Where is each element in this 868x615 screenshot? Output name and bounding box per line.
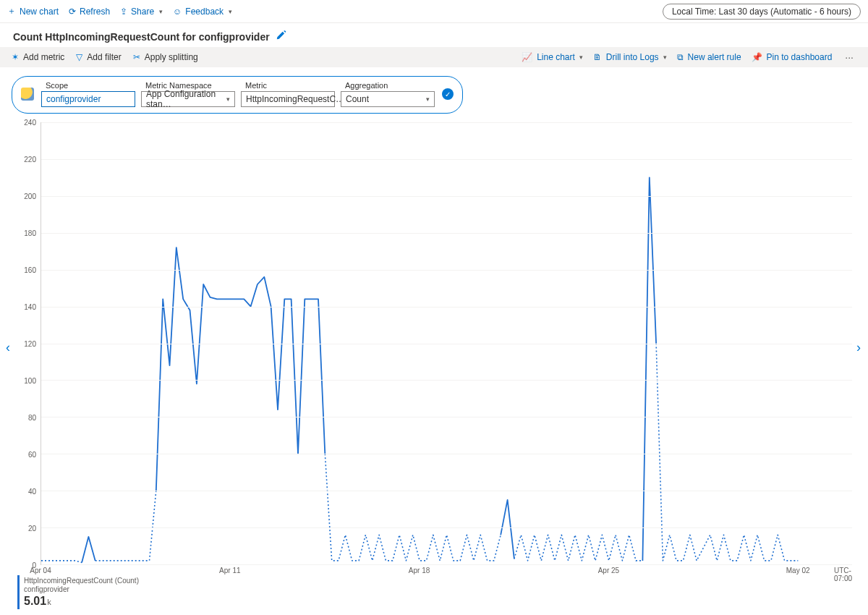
smiley-icon: ☺ xyxy=(173,7,182,17)
resource-icon xyxy=(21,88,34,101)
alert-icon: ⧉ xyxy=(677,52,684,62)
new-alert-button[interactable]: ⧉ New alert rule xyxy=(677,52,741,62)
chart-toolbar: ✶ Add metric ▽ Add filter ✂ Apply splitt… xyxy=(0,47,868,67)
share-label: Share xyxy=(131,7,154,17)
chevron-down-icon: ▾ xyxy=(579,54,583,61)
new-chart-button[interactable]: ＋ New chart xyxy=(7,5,59,17)
aggregation-select[interactable]: Count ▾ xyxy=(341,91,435,107)
filter-icon: ▽ xyxy=(76,52,82,62)
chevron-down-icon: ▾ xyxy=(229,8,232,15)
y-tick-label: 60 xyxy=(28,451,36,459)
legend-summary[interactable]: HttpIncomingRequestCount (Count) configp… xyxy=(17,575,139,609)
y-axis-labels: 020406080100120140160180200220240 xyxy=(16,122,38,565)
edit-title-icon[interactable] xyxy=(276,30,286,43)
pin-icon: 📌 xyxy=(752,52,762,62)
refresh-button[interactable]: ⟳ Refresh xyxy=(69,7,110,17)
add-filter-label: Add filter xyxy=(87,52,121,62)
plus-icon: ＋ xyxy=(7,5,16,17)
pencil-icon xyxy=(276,30,286,41)
add-filter-button[interactable]: ▽ Add filter xyxy=(76,52,121,62)
legend-series-name: HttpIncomingRequestCount (Count) xyxy=(24,577,139,585)
top-toolbar: ＋ New chart ⟳ Refresh ⇪ Share ▾ ☺ Feedba… xyxy=(0,0,868,23)
metric-icon: ✶ xyxy=(12,52,19,62)
namespace-select[interactable]: App Configuration stan… ▾ xyxy=(141,91,235,107)
feedback-button[interactable]: ☺ Feedback ▾ xyxy=(173,7,232,17)
chart-title: Count HttpIncomingRequestCount for confi… xyxy=(13,31,270,43)
new-alert-label: New alert rule xyxy=(688,52,741,62)
metric-config-row: Scope Metric Namespace App Configuration… xyxy=(0,67,868,116)
metric-value: HttpIncomingRequestC… xyxy=(246,94,344,104)
line-chart-label: Line chart xyxy=(537,52,575,62)
x-axis-labels: Apr 04Apr 11Apr 18Apr 25May 02UTC-07:00 xyxy=(41,567,852,578)
time-range-pill[interactable]: Local Time: Last 30 days (Automatic - 6 … xyxy=(663,4,861,20)
metric-label: Metric xyxy=(241,81,335,90)
y-tick-label: 160 xyxy=(24,266,36,274)
config-confirm-badge[interactable]: ✓ xyxy=(442,88,454,100)
y-tick-label: 140 xyxy=(24,303,36,311)
scope-label: Scope xyxy=(41,81,135,90)
scope-input[interactable] xyxy=(41,91,135,107)
chart-title-row: Count HttpIncomingRequestCount for confi… xyxy=(0,23,868,47)
namespace-value: App Configuration stan… xyxy=(146,89,222,109)
x-tick-label: May 02 xyxy=(786,567,810,574)
y-tick-label: 120 xyxy=(24,340,36,348)
chevron-down-icon: ▾ xyxy=(226,96,230,103)
new-chart-label: New chart xyxy=(20,7,59,17)
chevron-down-icon: ▾ xyxy=(663,54,667,61)
apply-splitting-button[interactable]: ✂ Apply splitting xyxy=(133,52,198,62)
y-tick-label: 100 xyxy=(24,377,36,385)
y-tick-label: 240 xyxy=(24,119,36,127)
aggregation-value: Count xyxy=(346,94,369,104)
scroll-left-button[interactable]: ‹ xyxy=(1,340,14,355)
metric-config-pill: Scope Metric Namespace App Configuration… xyxy=(12,76,463,114)
pin-dashboard-button[interactable]: 📌 Pin to dashboard xyxy=(752,52,833,62)
x-tick-label: Apr 04 xyxy=(30,567,51,574)
drill-logs-label: Drill into Logs xyxy=(606,52,659,62)
chevron-down-icon: ▾ xyxy=(426,96,430,103)
y-tick-label: 20 xyxy=(28,525,36,533)
refresh-label: Refresh xyxy=(80,7,110,17)
aggregation-label: Aggregation xyxy=(341,81,435,90)
logs-icon: 🗎 xyxy=(593,52,602,62)
x-tick-label: Apr 18 xyxy=(409,567,430,574)
scroll-right-button[interactable]: › xyxy=(852,340,865,355)
apply-splitting-label: Apply splitting xyxy=(145,52,198,62)
share-icon: ⇪ xyxy=(120,7,127,17)
y-tick-label: 200 xyxy=(24,192,36,200)
metric-select[interactable]: HttpIncomingRequestC… ▾ xyxy=(241,91,335,107)
share-button[interactable]: ⇪ Share ▾ xyxy=(120,7,163,17)
more-menu-button[interactable]: ··· xyxy=(842,51,856,63)
pin-label: Pin to dashboard xyxy=(767,52,833,62)
feedback-label: Feedback xyxy=(185,7,224,17)
add-metric-label: Add metric xyxy=(23,52,64,62)
drill-logs-button[interactable]: 🗎 Drill into Logs ▾ xyxy=(593,52,667,62)
chart-area: 020406080100120140160180200220240 Apr 04… xyxy=(16,122,852,578)
line-chart-select[interactable]: 📈 Line chart ▾ xyxy=(522,52,583,62)
refresh-icon: ⟳ xyxy=(69,7,76,17)
x-tick-label: Apr 25 xyxy=(598,567,619,574)
add-metric-button[interactable]: ✶ Add metric xyxy=(12,52,64,62)
legend-unit: k xyxy=(47,598,51,606)
split-icon: ✂ xyxy=(133,52,140,62)
legend-resource-name: configprovider xyxy=(24,585,139,594)
y-tick-label: 40 xyxy=(28,488,36,496)
chevron-down-icon: ▾ xyxy=(159,8,163,15)
x-tick-label: Apr 11 xyxy=(219,567,240,574)
y-tick-label: 220 xyxy=(24,156,36,164)
y-tick-label: 80 xyxy=(28,414,36,422)
y-tick-label: 180 xyxy=(24,229,36,237)
timezone-label: UTC-07:00 xyxy=(834,567,852,582)
legend-value: 5.01 xyxy=(24,595,46,607)
plot-area[interactable] xyxy=(41,122,852,565)
line-chart-icon: 📈 xyxy=(522,52,532,62)
